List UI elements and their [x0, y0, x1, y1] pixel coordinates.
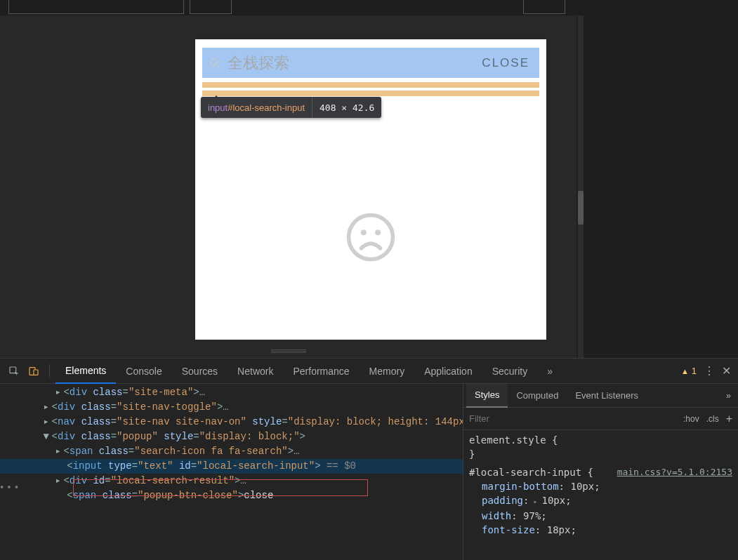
tab-network[interactable]: Network [228, 359, 283, 384]
devtools-close-icon[interactable]: ✕ [722, 364, 731, 378]
tab-application[interactable]: Application [414, 359, 482, 384]
css-declaration[interactable]: font-size: 18px; [469, 523, 732, 537]
subtab-styles[interactable]: Styles [466, 384, 508, 408]
dom-node[interactable]: ▸<span class="search-icon fa fa-search">… [0, 444, 463, 459]
popup-close-button[interactable]: CLOSE [472, 56, 539, 70]
dom-node[interactable] [0, 518, 463, 533]
dom-node[interactable]: ▸<nav class="site-nav site-nav-on" style… [0, 415, 463, 429]
styles-pane: Styles Computed Event Listeners » :hov .… [463, 384, 738, 560]
tab-memory[interactable]: Memory [360, 359, 415, 384]
result-bar [202, 91, 539, 96]
subtab-computed[interactable]: Computed [508, 384, 567, 408]
tab-console[interactable]: Console [116, 359, 171, 384]
svg-point-0 [211, 58, 218, 65]
styles-filter-row: :hov .cls + [463, 408, 738, 430]
styles-subtabs: Styles Computed Event Listeners » [463, 384, 738, 408]
subtabs-more-icon[interactable]: » [726, 390, 738, 401]
devtools-panel: Elements Console Sources Network Perform… [0, 358, 738, 560]
result-bar [202, 82, 539, 88]
css-declaration[interactable]: margin-bottom: 10px; [469, 479, 732, 493]
dom-node[interactable]: ▼<div class="popup" style="display: bloc… [0, 429, 463, 444]
element-inspect-tooltip: input#local-search-input 408 × 42.6 [201, 97, 381, 118]
search-icon [202, 57, 228, 69]
tabs-more-icon[interactable]: » [537, 359, 562, 384]
dom-node[interactable]: ▸<div id="local-search-result">… [0, 474, 463, 488]
tab-sources[interactable]: Sources [172, 359, 228, 384]
subtab-event-listeners[interactable]: Event Listeners [567, 384, 647, 408]
sad-face-icon [345, 212, 396, 265]
warnings-badge[interactable]: 1 [681, 366, 697, 376]
dom-tree-pane[interactable]: ••• ▸<div class="site-meta">… ▸<div clas… [0, 384, 463, 560]
dom-node[interactable]: ▸<div class="site-nav-toggle">… [0, 400, 463, 415]
tooltip-dimensions: 408 × 42.6 [312, 97, 381, 118]
svg-point-4 [375, 229, 381, 235]
rule-element-style: element.style { [469, 433, 732, 447]
new-rule-button[interactable]: + [726, 413, 732, 425]
search-result-area [202, 82, 539, 96]
svg-rect-7 [34, 370, 38, 375]
search-popup: CLOSE [195, 39, 546, 340]
local-search-input[interactable] [228, 54, 472, 72]
svg-point-2 [349, 215, 393, 260]
svg-point-3 [361, 229, 367, 235]
svg-line-1 [216, 65, 220, 68]
rule-close: } [469, 447, 732, 461]
css-declaration[interactable]: width: 97%; [469, 509, 732, 523]
dom-node[interactable]: <span class="popup-btn-close">close [0, 488, 463, 503]
dom-gutter-dots: ••• [0, 481, 20, 495]
tab-security[interactable]: Security [482, 359, 538, 384]
page-viewport: CLOSE input#local-search-input 408 × 42.… [0, 0, 738, 358]
divider [49, 364, 50, 378]
devtools-body: ••• ▸<div class="site-meta">… ▸<div clas… [0, 384, 738, 560]
tooltip-id: #local-search-input [228, 102, 305, 113]
tab-outline [8, 0, 184, 14]
page-scrollbar-track[interactable] [578, 15, 584, 358]
tab-performance[interactable]: Performance [283, 359, 359, 384]
cls-toggle[interactable]: .cls [706, 414, 719, 424]
css-declaration[interactable]: padding: ▸ 10px; [469, 493, 732, 509]
dom-node[interactable] [0, 503, 463, 518]
styles-filter-input[interactable] [469, 413, 676, 424]
css-rules[interactable]: element.style { } main.css?v=5.1.0:2153 … [463, 430, 738, 560]
tab-outline [190, 0, 232, 14]
tooltip-tag: input [208, 102, 228, 113]
rule-local-search-input: main.css?v=5.1.0:2153 #local-search-inpu… [469, 465, 732, 479]
browser-tab-outlines [0, 0, 738, 15]
dom-node[interactable]: ▸<div class="site-meta">… [0, 385, 463, 400]
dom-node[interactable] [0, 533, 463, 547]
dom-node-selected[interactable]: <input type="text" id="local-search-inpu… [0, 459, 463, 474]
tab-elements[interactable]: Elements [55, 359, 116, 384]
devtools-tabbar: Elements Console Sources Network Perform… [0, 359, 738, 384]
tab-outline [523, 0, 565, 14]
rule-selector: #local-search-input { [469, 467, 593, 478]
devtools-menu-icon[interactable]: ⋮ [704, 364, 715, 378]
inspect-element-icon[interactable] [4, 361, 24, 381]
device-toolbar-icon[interactable] [24, 361, 44, 381]
tooltip-selector: input#local-search-input [201, 97, 312, 118]
search-row: CLOSE [202, 48, 539, 78]
rule-source-link[interactable]: main.css?v=5.1.0:2153 [617, 465, 732, 479]
hov-toggle[interactable]: :hov [683, 414, 699, 424]
page-scrollbar-thumb[interactable] [578, 191, 584, 225]
